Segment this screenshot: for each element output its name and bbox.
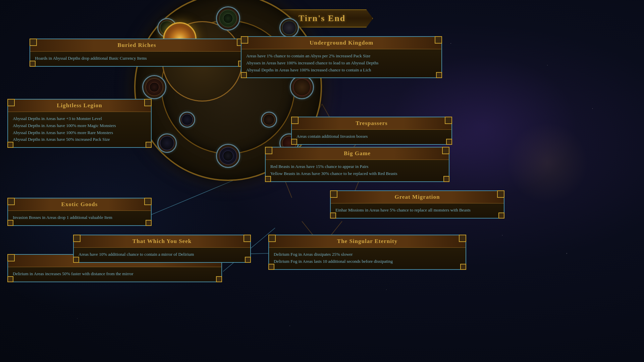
corner-br <box>498 213 504 219</box>
node-inner-right <box>293 78 311 96</box>
card-trespassers: Trespassers Areas contain additional Inv… <box>291 117 452 145</box>
corner-bl <box>268 264 274 270</box>
card-body-singular: Delirium Fog in Areas dissipates 25% slo… <box>269 248 466 269</box>
card-title-bar-buried-riches: Buried Riches <box>30 39 244 52</box>
card-buried-riches: Buried Riches Hoards in Abyssal Depths d… <box>30 39 244 67</box>
card-body-greater-forces: Delirium in Areas increases 50% faster w… <box>8 267 221 282</box>
card-title-singular: The Singular Eternity <box>337 238 397 244</box>
card-title-underground: Underground Kingdom <box>310 40 373 46</box>
card-that-which-you-seek: That Which You Seek Areas have 10% addit… <box>73 235 251 263</box>
corner-bl <box>330 213 336 219</box>
card-desc-singular: Delirium Fog in Areas dissipates 25% slo… <box>274 251 461 265</box>
skill-node-top[interactable] <box>216 6 240 31</box>
node-inner-left <box>146 78 163 96</box>
card-title-bar-singular: The Singular Eternity <box>269 235 466 248</box>
node-inner-tr <box>282 21 296 35</box>
card-title-great-migration: Great Migration <box>394 194 440 200</box>
card-title-bar-lightless: Lightless Legion <box>8 100 151 112</box>
node-inner-bottom <box>219 147 237 165</box>
corner-bl <box>30 61 36 67</box>
card-title-big-game: Big Game <box>344 150 371 157</box>
skill-node-bottom-left[interactable] <box>157 133 177 153</box>
card-desc-great-migration: Einhar Missions in Areas have 5% chance … <box>335 207 499 214</box>
card-big-game: Big Game Red Beasts in Areas have 15% ch… <box>265 147 449 182</box>
card-title-bar-that-which: That Which You Seek <box>74 235 250 248</box>
corner-bl <box>291 139 297 145</box>
corner-br <box>436 72 442 78</box>
card-title-exotic: Exotic Goods <box>61 201 98 207</box>
corner-br <box>216 276 222 282</box>
card-body-that-which: Areas have 10% additional chance to cont… <box>74 248 250 262</box>
skill-node-top-right[interactable] <box>279 18 299 38</box>
corner-br <box>146 142 152 148</box>
skill-node-bottom[interactable] <box>216 144 240 168</box>
node-inner-top <box>219 10 237 27</box>
card-body-trespassers: Areas contain additional Invasion bosses <box>292 130 451 144</box>
corner-bl <box>265 176 271 182</box>
corner-bl <box>7 142 13 148</box>
card-title-bar-exotic: Exotic Goods <box>8 198 151 211</box>
card-desc-underground: Areas have 1% chance to contain an Abyss… <box>246 53 437 73</box>
card-title-bar-underground: Underground Kingdom <box>241 37 441 49</box>
card-body-buried-riches: Hoards in Abyssal Depths drop additional… <box>30 52 244 66</box>
corner-br <box>245 257 251 263</box>
card-singular-eternity: The Singular Eternity Delirium Fog in Ar… <box>268 235 466 270</box>
card-title-that-which: That Which You Seek <box>132 238 192 244</box>
corner-bl <box>241 72 247 78</box>
card-body-underground: Areas have 1% chance to contain an Abyss… <box>241 49 441 77</box>
node-inner-i3 <box>181 114 193 125</box>
corner-bl <box>7 220 13 226</box>
skill-node-right[interactable] <box>290 75 314 99</box>
card-exotic-goods: Exotic Goods Invasion Bosses in Areas dr… <box>7 198 152 226</box>
corner-bl <box>73 257 79 263</box>
card-underground-kingdom: Underground Kingdom Areas have 1% chance… <box>241 36 442 78</box>
node-inner-bl <box>160 136 174 150</box>
card-title-lightless: Lightless Legion <box>57 102 102 109</box>
card-body-exotic: Invasion Bosses in Areas drop 1 addition… <box>8 211 151 225</box>
card-title-bar-trespassers: Trespassers <box>292 117 451 130</box>
skill-node-left[interactable] <box>142 75 166 99</box>
card-title-buried-riches: Buried Riches <box>117 42 156 48</box>
card-desc-big-game: Red Beasts in Areas have 15% chance to a… <box>270 163 444 177</box>
card-great-migration: Great Migration Einhar Missions in Areas… <box>330 190 504 219</box>
card-title-bar-great-migration: Great Migration <box>331 191 504 203</box>
card-title-bar-big-game: Big Game <box>266 147 449 160</box>
card-desc-lightless: Abyssal Depths in Areas have +3 to Monst… <box>13 115 146 143</box>
corner-br <box>446 139 452 145</box>
corner-br <box>443 176 449 182</box>
skill-node-inner-4[interactable] <box>261 112 277 128</box>
corner-br <box>146 220 152 226</box>
corner-bl <box>7 276 13 282</box>
skill-node-inner-3[interactable] <box>179 112 195 128</box>
card-desc-trespassers: Areas contain additional Invasion bosses <box>297 133 447 140</box>
card-body-lightless: Abyssal Depths in Areas have +3 to Monst… <box>8 112 151 147</box>
card-body-big-game: Red Beasts in Areas have 15% chance to a… <box>266 160 449 181</box>
node-inner-i4 <box>263 114 275 125</box>
card-desc-greater-forces: Delirium in Areas increases 50% faster w… <box>13 270 217 278</box>
card-desc-that-which: Areas have 10% additional chance to cont… <box>78 251 246 258</box>
card-body-great-migration: Einhar Missions in Areas have 5% chance … <box>331 203 504 218</box>
card-lightless-legion: Lightless Legion Abyssal Depths in Areas… <box>7 99 152 148</box>
card-desc-exotic: Invasion Bosses in Areas drop 1 addition… <box>13 214 146 221</box>
corner-br <box>460 264 466 270</box>
card-title-trespassers: Trespassers <box>356 120 387 126</box>
card-desc-buried-riches: Hoards in Abyssal Depths drop additional… <box>35 55 239 62</box>
